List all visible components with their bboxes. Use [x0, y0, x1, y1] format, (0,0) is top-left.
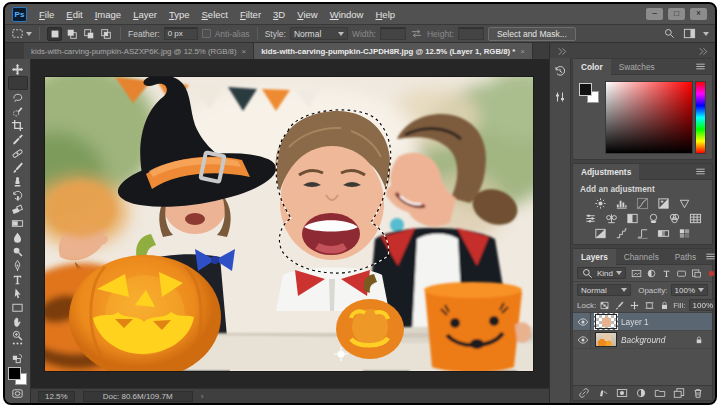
tab-adjustments[interactable]: Adjustments — [573, 164, 639, 180]
close-tab-icon[interactable]: × — [520, 47, 525, 56]
menu-item-file[interactable]: File — [33, 7, 60, 22]
height-input[interactable] — [458, 27, 484, 40]
new-layer-button[interactable] — [673, 387, 685, 399]
intersect-with-selection-button[interactable] — [98, 27, 113, 41]
close-button[interactable]: × — [690, 8, 707, 20]
layer-visibility-toggle[interactable] — [575, 313, 591, 330]
layer-filter-kind-select[interactable]: Kind — [577, 267, 626, 279]
lock-transparency-icon[interactable] — [599, 300, 610, 311]
fill-input[interactable]: 100% — [689, 299, 717, 311]
layer-row[interactable]: Layer 1 — [573, 313, 712, 331]
history-brush-tool[interactable] — [8, 188, 28, 202]
type-tool[interactable] — [8, 272, 28, 286]
quick-selection-tool[interactable] — [8, 104, 28, 118]
swap-dimensions-icon[interactable] — [410, 27, 423, 40]
new-group-button[interactable] — [654, 387, 666, 399]
filter-smart-object-icon[interactable] — [691, 268, 702, 279]
selective-color-adjustment-icon[interactable] — [676, 226, 693, 240]
tab-color[interactable]: Color — [573, 59, 611, 75]
link-layers-button[interactable] — [578, 387, 590, 399]
gradient-tool[interactable] — [8, 216, 28, 230]
minimize-button[interactable]: – — [646, 8, 663, 20]
filter-adjustment-icon[interactable] — [646, 268, 657, 279]
color-balance-adjustment-icon[interactable] — [603, 211, 620, 225]
move-tool[interactable] — [8, 62, 28, 76]
menu-item-help[interactable]: Help — [369, 7, 401, 22]
pen-tool[interactable] — [8, 258, 28, 272]
canvas-area[interactable] — [31, 59, 549, 389]
curves-adjustment-icon[interactable] — [634, 196, 651, 210]
width-input[interactable] — [380, 27, 406, 40]
rectangular-marquee-tool[interactable] — [8, 76, 28, 90]
filter-type-icon[interactable] — [661, 268, 672, 279]
healing-brush-tool[interactable] — [8, 146, 28, 160]
edit-toolbar-icon[interactable] — [11, 337, 24, 350]
delete-layer-button[interactable] — [692, 387, 704, 399]
tab-swatches[interactable]: Swatches — [611, 59, 663, 75]
lock-position-icon[interactable] — [629, 300, 640, 311]
document-tab-2[interactable]: kids-with-carving-pumpkin-CJPDH8R.jpg @ … — [254, 43, 533, 59]
new-adjustment-layer-button[interactable] — [635, 387, 647, 399]
panel-menu-icon[interactable] — [694, 165, 707, 178]
lasso-tool[interactable] — [8, 90, 28, 104]
lock-all-icon[interactable] — [659, 300, 670, 311]
layer-thumbnail[interactable] — [595, 332, 617, 347]
subtract-from-selection-button[interactable] — [81, 27, 96, 41]
menu-item-image[interactable]: Image — [89, 7, 127, 22]
gradient-map-adjustment-icon[interactable] — [655, 226, 672, 240]
blend-mode-select[interactable]: Normal — [577, 284, 631, 296]
quick-mask-mode-icon[interactable] — [11, 387, 24, 400]
opacity-input[interactable]: 100% — [671, 284, 708, 296]
panel-menu-icon[interactable] — [704, 250, 717, 263]
menu-item-filter[interactable]: Filter — [234, 7, 267, 22]
layer-visibility-toggle[interactable] — [575, 331, 591, 348]
swap-colors-icon[interactable] — [11, 352, 24, 365]
style-select[interactable]: Normal — [290, 27, 348, 40]
levels-adjustment-icon[interactable] — [613, 196, 630, 210]
menu-item-edit[interactable]: Edit — [60, 7, 88, 22]
search-icon[interactable] — [663, 27, 676, 40]
eyedropper-tool[interactable] — [8, 132, 28, 146]
tab-channels[interactable]: Channels — [616, 249, 667, 265]
lock-paint-icon[interactable] — [614, 300, 625, 311]
foreground-color-swatch[interactable] — [8, 367, 21, 380]
collapse-panels-icon[interactable] — [696, 45, 709, 58]
color-lookup-adjustment-icon[interactable] — [687, 211, 704, 225]
layer-thumbnail[interactable] — [595, 314, 617, 329]
tool-preset-picker[interactable] — [11, 27, 32, 40]
select-and-mask-button[interactable]: Select and Mask... — [488, 27, 576, 41]
status-expand-chevron[interactable]: › — [201, 392, 204, 401]
history-panel-icon[interactable] — [553, 64, 567, 78]
document-tab-1[interactable]: kids-with-carving-pumpkin-ASZXP6K.jpg @ … — [24, 43, 254, 59]
filter-pin-icon[interactable] — [705, 267, 717, 280]
filter-shape-icon[interactable] — [676, 268, 687, 279]
photo-filter-adjustment-icon[interactable] — [645, 211, 662, 225]
brightness-contrast-adjustment-icon[interactable] — [592, 196, 609, 210]
tab-paths[interactable]: Paths — [667, 249, 704, 265]
menu-item-view[interactable]: View — [291, 7, 323, 22]
black-white-adjustment-icon[interactable] — [624, 211, 641, 225]
menu-item-layer[interactable]: Layer — [127, 7, 163, 22]
channel-mixer-adjustment-icon[interactable] — [666, 211, 683, 225]
layer-style-button[interactable] — [597, 387, 609, 399]
layer-row[interactable]: Background — [573, 331, 712, 349]
invert-adjustment-icon[interactable] — [592, 226, 609, 240]
feather-input[interactable]: 0 px — [164, 27, 198, 40]
collapse-panels-icon[interactable] — [555, 45, 568, 58]
close-tab-icon[interactable]: × — [242, 47, 247, 56]
threshold-adjustment-icon[interactable] — [634, 226, 651, 240]
zoom-level-field[interactable]: 12.5% — [38, 391, 75, 402]
add-layer-mask-button[interactable] — [616, 387, 628, 399]
menu-item-window[interactable]: Window — [324, 7, 370, 22]
hue-saturation-adjustment-icon[interactable] — [582, 211, 599, 225]
anti-alias-checkbox[interactable] — [202, 29, 211, 38]
tab-layers[interactable]: Layers — [573, 249, 616, 265]
blur-tool[interactable] — [8, 230, 28, 244]
workspace-switcher-icon[interactable] — [683, 27, 696, 40]
new-selection-button[interactable] — [47, 27, 62, 41]
rectangle-tool[interactable] — [8, 300, 28, 314]
filter-image-icon[interactable] — [631, 268, 642, 279]
properties-panel-icon[interactable] — [553, 90, 567, 104]
maximize-button[interactable]: □ — [668, 8, 685, 20]
brush-tool[interactable] — [8, 160, 28, 174]
